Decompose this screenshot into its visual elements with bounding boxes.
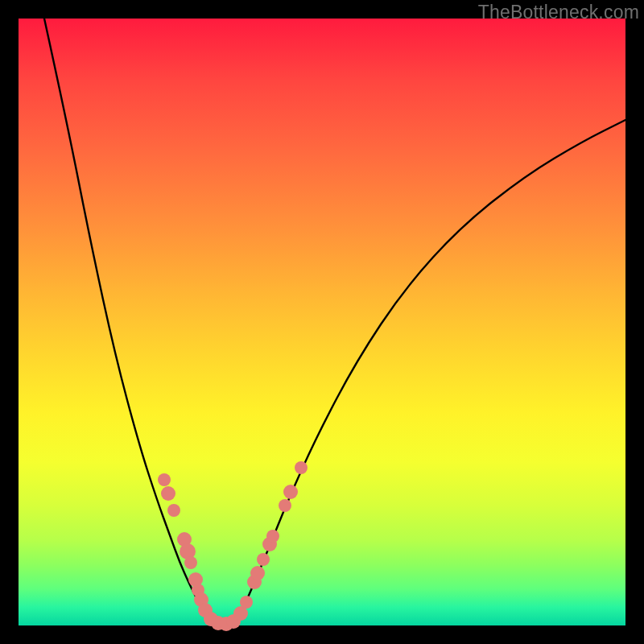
data-dot bbox=[250, 566, 265, 580]
chart-plot-area bbox=[19, 19, 625, 625]
data-dot bbox=[161, 486, 175, 501]
data-dot bbox=[266, 530, 279, 543]
watermark-text: TheBottleneck.com bbox=[478, 2, 639, 23]
data-dot bbox=[283, 485, 298, 499]
data-dot bbox=[279, 499, 291, 512]
data-dot bbox=[240, 596, 253, 609]
bottleneck-curve bbox=[19, 19, 625, 625]
data-dot bbox=[295, 461, 308, 474]
data-dot bbox=[158, 473, 171, 486]
data-dots bbox=[158, 461, 308, 631]
curve-path bbox=[44, 19, 625, 625]
data-dot bbox=[167, 504, 180, 517]
data-dot bbox=[257, 553, 270, 566]
data-dot bbox=[184, 556, 197, 569]
